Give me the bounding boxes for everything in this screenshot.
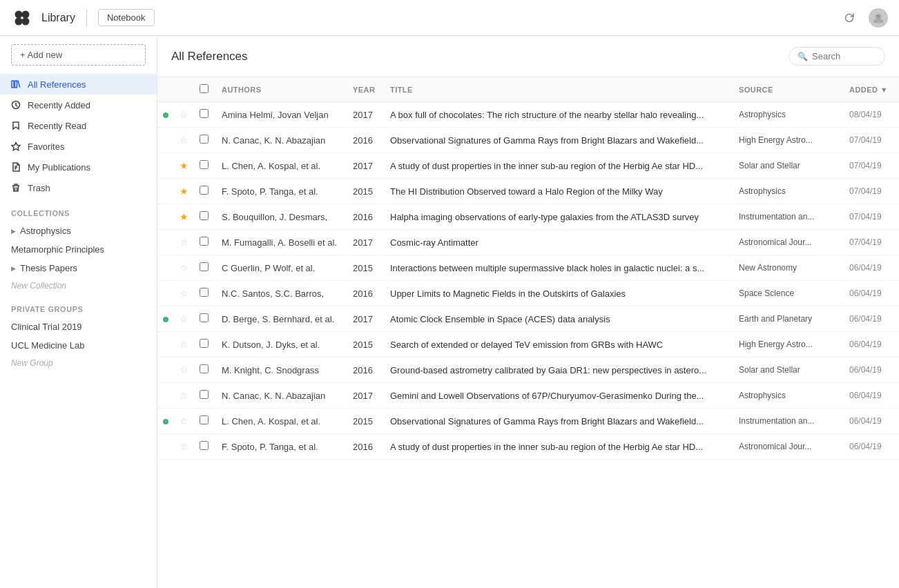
- row-checkbox[interactable]: [200, 339, 209, 348]
- star-icon[interactable]: ☆: [180, 441, 188, 452]
- row-checkbox[interactable]: [200, 288, 209, 297]
- row-checkbox[interactable]: [200, 262, 209, 271]
- new-group-link[interactable]: New Group: [0, 355, 157, 371]
- group-label-clinical: Clinical Trial 2019: [11, 322, 82, 332]
- row-star-cell[interactable]: ☆: [174, 102, 194, 128]
- row-title[interactable]: Ground-based astrometry calibrated by Ga…: [385, 357, 733, 383]
- row-title[interactable]: Observational Signatures of Gamma Rays f…: [385, 128, 733, 153]
- sidebar-item-trash[interactable]: Trash: [0, 177, 157, 198]
- star-icon[interactable]: ☆: [180, 109, 188, 120]
- group-ucl[interactable]: UCL Medicine Lab: [0, 336, 157, 355]
- row-checkbox[interactable]: [200, 237, 209, 246]
- row-title[interactable]: A study of dust properties in the inner …: [385, 434, 733, 460]
- row-check-cell[interactable]: [194, 179, 216, 204]
- row-star-cell[interactable]: ★: [174, 179, 194, 204]
- star-icon[interactable]: ★: [180, 160, 188, 171]
- row-title[interactable]: Observational Signatures of Gamma Rays f…: [385, 409, 733, 434]
- star-icon[interactable]: ★: [180, 186, 188, 197]
- row-checkbox[interactable]: [200, 390, 209, 399]
- row-title[interactable]: Gemini and Lowell Observations of 67P/Ch…: [385, 383, 733, 409]
- row-star-cell[interactable]: ☆: [174, 434, 194, 460]
- row-checkbox[interactable]: [200, 313, 209, 322]
- row-star-cell[interactable]: ☆: [174, 306, 194, 332]
- avatar[interactable]: [869, 8, 888, 28]
- row-title[interactable]: Upper Limits to Magnetic Fields in the O…: [385, 281, 733, 306]
- row-check-cell[interactable]: [194, 383, 216, 409]
- row-check-cell[interactable]: [194, 102, 216, 128]
- row-check-cell[interactable]: [194, 281, 216, 306]
- status-dot-empty: [163, 291, 168, 297]
- star-icon[interactable]: ★: [180, 211, 188, 222]
- search-icon: 🔍: [798, 52, 808, 61]
- row-check-cell[interactable]: [194, 204, 216, 230]
- row-check-cell[interactable]: [194, 306, 216, 332]
- row-check-cell[interactable]: [194, 255, 216, 281]
- row-dot-cell: [157, 128, 174, 153]
- new-collection-link[interactable]: New Collection: [0, 277, 157, 294]
- row-star-cell[interactable]: ☆: [174, 332, 194, 357]
- add-new-button[interactable]: + Add new: [11, 44, 146, 66]
- row-title[interactable]: A study of dust properties in the inner …: [385, 153, 733, 179]
- row-star-cell[interactable]: ☆: [174, 281, 194, 306]
- row-check-cell[interactable]: [194, 153, 216, 179]
- row-title[interactable]: Cosmic-ray Antimatter: [385, 230, 733, 255]
- row-check-cell[interactable]: [194, 332, 216, 357]
- star-icon[interactable]: ☆: [180, 415, 188, 427]
- row-title[interactable]: Atomic Clock Ensemble in Space (ACES) da…: [385, 306, 733, 332]
- row-source: Astronomical Jour...: [733, 434, 844, 460]
- row-checkbox[interactable]: [200, 415, 209, 424]
- star-icon[interactable]: ☆: [180, 288, 188, 299]
- star-icon[interactable]: ☆: [180, 390, 188, 401]
- star-icon[interactable]: ☆: [180, 237, 188, 248]
- star-icon[interactable]: ☆: [180, 313, 188, 324]
- row-check-cell[interactable]: [194, 409, 216, 434]
- collection-astrophysics[interactable]: ▶ Astrophysics: [0, 222, 157, 240]
- row-star-cell[interactable]: ★: [174, 153, 194, 179]
- sidebar-item-my-publications[interactable]: My Publications: [0, 157, 157, 177]
- row-title[interactable]: Search of extended or delayed TeV emissi…: [385, 332, 733, 357]
- row-checkbox[interactable]: [200, 109, 209, 118]
- star-icon[interactable]: ☆: [180, 135, 188, 146]
- select-all-checkbox[interactable]: [200, 84, 209, 93]
- row-star-cell[interactable]: ☆: [174, 255, 194, 281]
- row-title[interactable]: Interactions between multiple supermassi…: [385, 255, 733, 281]
- sidebar-item-favorites[interactable]: Favorites: [0, 136, 157, 157]
- row-check-cell[interactable]: [194, 128, 216, 153]
- main-layout: + Add new All References Recently Added: [0, 36, 899, 588]
- star-icon[interactable]: ☆: [180, 262, 188, 273]
- row-title[interactable]: The HI Distribution Observed toward a Ha…: [385, 179, 733, 204]
- refresh-button[interactable]: [838, 7, 860, 29]
- row-star-cell[interactable]: ☆: [174, 383, 194, 409]
- row-checkbox[interactable]: [200, 135, 209, 144]
- row-year: 2017: [347, 102, 385, 128]
- sidebar-item-recently-read[interactable]: Recently Read: [0, 115, 157, 136]
- row-checkbox[interactable]: [200, 211, 209, 220]
- topbar-divider: [86, 10, 87, 26]
- content-area: All References 🔍 Authors: [157, 36, 899, 588]
- row-title[interactable]: Halpha imaging observations of early-typ…: [385, 204, 733, 230]
- row-checkbox[interactable]: [200, 186, 209, 195]
- row-checkbox[interactable]: [200, 364, 209, 373]
- row-check-cell[interactable]: [194, 230, 216, 255]
- group-clinical[interactable]: Clinical Trial 2019: [0, 317, 157, 336]
- row-star-cell[interactable]: ☆: [174, 128, 194, 153]
- row-star-cell[interactable]: ☆: [174, 409, 194, 434]
- sidebar-item-recently-added[interactable]: Recently Added: [0, 95, 157, 115]
- star-icon[interactable]: ☆: [180, 339, 188, 350]
- notebook-button[interactable]: Notebook: [98, 9, 155, 26]
- search-box[interactable]: 🔍: [789, 47, 885, 66]
- collection-metamorphic[interactable]: Metamorphic Principles: [0, 240, 157, 259]
- star-icon[interactable]: ☆: [180, 364, 188, 375]
- row-star-cell[interactable]: ☆: [174, 357, 194, 383]
- row-title[interactable]: A box full of chocolates: The rich struc…: [385, 102, 733, 128]
- row-checkbox[interactable]: [200, 441, 209, 450]
- row-check-cell[interactable]: [194, 434, 216, 460]
- row-star-cell[interactable]: ★: [174, 204, 194, 230]
- row-checkbox[interactable]: [200, 160, 209, 169]
- row-star-cell[interactable]: ☆: [174, 230, 194, 255]
- collection-thesis[interactable]: ▶ Thesis Papers: [0, 259, 157, 277]
- row-check-cell[interactable]: [194, 357, 216, 383]
- search-input[interactable]: [812, 51, 876, 61]
- row-dot-cell: [157, 204, 174, 230]
- sidebar-item-all-references[interactable]: All References: [0, 74, 157, 95]
